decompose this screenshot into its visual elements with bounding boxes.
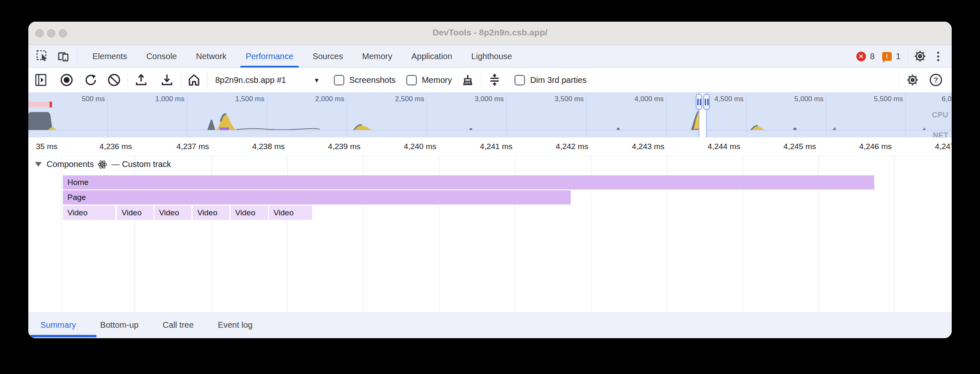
memory-checkbox[interactable] [406, 75, 417, 85]
ruler-time-label: 4,244 ms [708, 142, 740, 151]
ruler-time-label: 4,245 ms [784, 142, 816, 151]
overview-time-label: 1,000 ms [155, 95, 184, 103]
home-icon[interactable] [185, 71, 203, 89]
timeline-overview[interactable]: 500 ms1,000 ms1,500 ms2,000 ms2,500 ms3,… [28, 92, 952, 137]
track-bar-video[interactable]: Video [154, 206, 192, 220]
error-icon[interactable]: ✕ [856, 52, 866, 61]
ruler-time-label: 4,240 ms [404, 142, 436, 151]
overview-time-label: 5,000 ms [794, 95, 823, 103]
net-divider [28, 130, 952, 130]
upload-icon[interactable] [132, 71, 150, 89]
ruler-time-label: 4,238 ms [252, 142, 285, 151]
titlebar: DevTools - 8p2n9n.csb.app/ [28, 22, 952, 45]
ruler-time-label: 4,241 ms [480, 142, 512, 151]
overview-time-label: 4,500 ms [714, 95, 744, 103]
dropdown-caret-icon: ▼ [313, 77, 320, 84]
net-track-label: NET [933, 131, 949, 137]
bottom-tab-call-tree[interactable]: Call tree [151, 313, 206, 338]
error-count[interactable]: 8 [870, 52, 875, 61]
bottom-tab-bottom-up[interactable]: Bottom-up [88, 313, 151, 338]
target-selector[interactable]: 8p2n9n.csb.app #1 ▼ [212, 75, 323, 85]
selection-left-handle[interactable] [696, 94, 702, 110]
tab-network[interactable]: Network [187, 45, 236, 67]
kebab-menu-icon[interactable] [932, 49, 944, 64]
issue-count[interactable]: 1 [896, 52, 900, 61]
main-gridline [61, 156, 62, 312]
screenshots-checkbox-group[interactable]: Screenshots [334, 75, 395, 85]
overview-time-label: 1,500 ms [235, 95, 264, 103]
clear-icon[interactable] [105, 71, 123, 89]
selected-tab-underline [30, 335, 97, 337]
track-bar-video[interactable]: Video [117, 206, 154, 220]
bottom-tab-bar: SummaryBottom-upCall treeEvent log [28, 312, 952, 338]
ruler-time-label: 4,242 ms [556, 142, 588, 151]
ruler-time-label: 4,237 ms [177, 142, 209, 151]
track-header-suffix: — Custom track [111, 160, 171, 169]
main-gridline [894, 156, 895, 312]
track-bar-video[interactable]: Video [269, 206, 312, 220]
target-label: 8p2n9n.csb.app #1 [215, 75, 286, 85]
timeline-ruler[interactable]: 35 ms4,236 ms4,237 ms4,238 ms4,239 ms4,2… [28, 137, 952, 156]
selection-right-handle[interactable] [703, 94, 710, 110]
dim-3rd-parties-checkbox-group[interactable]: Dim 3rd parties [515, 75, 587, 85]
tab-performance[interactable]: Performance [236, 45, 303, 67]
track-bar-home[interactable]: Home [63, 175, 874, 189]
cpu-track-label: CPU [932, 111, 948, 120]
record-icon[interactable] [57, 71, 76, 89]
divider [908, 50, 908, 63]
track-header-name: Components [47, 160, 94, 169]
overview-time-label: 3,000 ms [475, 95, 504, 103]
devtools-window: DevTools - 8p2n9n.csb.app/ ElementsConso… [28, 22, 952, 338]
devtools-tab-bar: ElementsConsoleNetworkPerformanceSources… [28, 45, 952, 68]
inspect-icon[interactable] [35, 49, 50, 64]
ruler-time-label: 4,243 ms [632, 142, 664, 151]
memory-label: Memory [422, 75, 452, 85]
ruler-time-label: 4,239 ms [328, 142, 361, 151]
track-bar-video[interactable]: Video [193, 206, 229, 220]
show-sidebar-icon[interactable] [32, 71, 50, 89]
bottom-tab-event-log[interactable]: Event log [206, 313, 264, 338]
react-atom-icon [98, 160, 107, 169]
gear-icon[interactable] [903, 71, 922, 89]
dim-3rd-parties-label: Dim 3rd parties [530, 75, 587, 85]
overview-time-label: 6,000 ms [942, 95, 952, 103]
tab-sources[interactable]: Sources [303, 45, 353, 67]
screenshots-label: Screenshots [349, 75, 395, 85]
performance-toolbar: 8p2n9n.csb.app #1 ▼ Screenshots Memory [28, 68, 952, 92]
tab-memory[interactable]: Memory [353, 45, 402, 67]
overview-time-label: 5,500 ms [874, 95, 903, 103]
custom-track-header[interactable]: Components — Custom track [35, 160, 171, 169]
bottom-tab-summary[interactable]: Summary [28, 313, 88, 338]
ruler-time-label: 4,247 ms [935, 142, 952, 151]
dim-3rd-parties-checkbox[interactable] [515, 75, 525, 85]
track-bar-video[interactable]: Video [63, 206, 115, 220]
overview-time-label: 500 ms [82, 95, 105, 103]
tab-console[interactable]: Console [137, 45, 186, 67]
screenshots-checkbox[interactable] [334, 75, 344, 85]
memory-checkbox-group[interactable]: Memory [406, 75, 452, 85]
tab-application[interactable]: Application [402, 45, 462, 67]
disclosure-triangle-icon[interactable] [35, 162, 42, 167]
tab-lighthouse[interactable]: Lighthouse [462, 45, 522, 67]
track-bar-video[interactable]: Video [231, 206, 268, 220]
issues-icon[interactable]: ! [882, 52, 892, 61]
overview-time-label: 2,000 ms [315, 95, 344, 103]
overview-time-label: 4,000 ms [634, 95, 664, 103]
download-icon[interactable] [158, 71, 176, 89]
help-icon[interactable]: ? [927, 71, 945, 89]
ruler-time-label: 4,246 ms [859, 142, 892, 151]
tab-elements[interactable]: Elements [83, 45, 137, 67]
overview-time-label: 3,500 ms [555, 95, 584, 103]
gear-icon[interactable] [913, 49, 928, 64]
ruler-time-label: 35 ms [36, 142, 57, 151]
track-bar-page[interactable]: Page [63, 190, 571, 204]
window-title: DevTools - 8p2n9n.csb.app/ [28, 27, 952, 37]
overview-time-label: 2,500 ms [395, 95, 424, 103]
collapse-icon[interactable] [485, 71, 504, 89]
gc-brush-icon[interactable] [458, 71, 477, 89]
divider [77, 50, 77, 63]
svg-text:?: ? [934, 76, 938, 84]
reload-record-icon[interactable] [82, 71, 100, 89]
device-toolbar-icon[interactable] [56, 49, 71, 64]
flamechart-main[interactable]: Components — Custom track HomePageVideoV… [28, 156, 952, 312]
